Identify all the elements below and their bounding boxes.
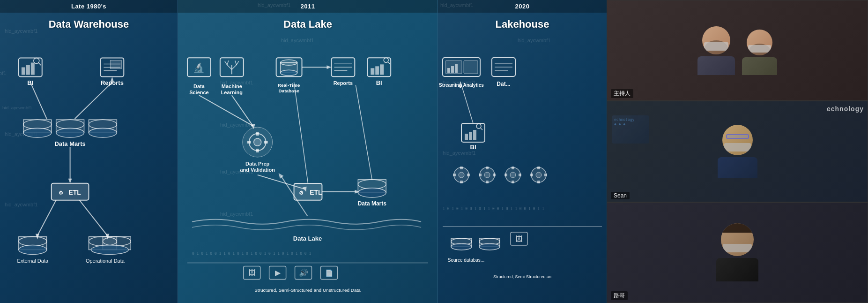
svg-text:Learning: Learning [221, 90, 243, 95]
svg-line-55 [227, 61, 229, 65]
svg-line-80 [199, 95, 253, 126]
svg-rect-132 [465, 134, 468, 140]
svg-rect-123 [455, 64, 458, 73]
svg-point-159 [536, 172, 542, 178]
slide-3: 2020 Lakehouse hid_aycwmbf1 hid_aycwmbf1… [438, 0, 607, 303]
svg-rect-134 [473, 130, 476, 140]
svg-rect-148 [486, 167, 489, 169]
avatar-1 [702, 26, 730, 54]
participants-group [693, 22, 782, 80]
body-2 [742, 57, 777, 75]
svg-point-24 [89, 128, 117, 137]
svg-rect-3 [31, 63, 35, 75]
svg-rect-133 [469, 132, 472, 140]
svg-text:ETL: ETL [68, 189, 81, 196]
svg-rect-122 [451, 66, 454, 73]
svg-rect-144 [453, 174, 456, 176]
svg-rect-89 [264, 141, 268, 144]
slide-2: 2011 Data Lake hid_aycwmbf1 hid_aycwmbf1… [178, 0, 438, 303]
svg-point-18 [23, 128, 52, 137]
svg-text:Real-Time: Real-Time [278, 83, 300, 88]
svg-text:and Validation: and Validation [240, 167, 275, 173]
cell-2-label: Sean [611, 192, 630, 199]
svg-rect-143 [460, 181, 463, 183]
presentation-area: Late 1980's Data Warehouse hid_aycwmbf1 … [0, 0, 607, 303]
svg-text:Data: Data [193, 83, 205, 89]
svg-rect-121 [447, 68, 450, 73]
avatar-3 [722, 125, 753, 155]
svg-rect-154 [512, 167, 514, 169]
svg-marker-27 [68, 179, 72, 183]
body-4 [716, 258, 758, 281]
svg-point-141 [459, 172, 464, 178]
svg-point-63 [281, 70, 297, 76]
svg-line-14 [75, 82, 112, 119]
svg-line-56 [235, 61, 237, 65]
svg-line-54 [225, 61, 227, 65]
svg-point-153 [510, 172, 516, 178]
svg-text:Data Lake: Data Lake [293, 235, 322, 242]
svg-text:🖼: 🖼 [248, 269, 256, 277]
svg-rect-75 [375, 66, 379, 75]
svg-text:📄: 📄 [325, 269, 334, 277]
tech-logo: echnology [827, 105, 864, 113]
svg-text:Database: Database [278, 88, 299, 93]
svg-line-104 [294, 82, 308, 183]
svg-rect-74 [371, 68, 374, 75]
svg-rect-142 [460, 167, 463, 169]
svg-point-147 [484, 172, 490, 178]
svg-text:hid_aycwmbf1: hid_aycwmbf1 [2, 105, 32, 110]
svg-line-82 [232, 95, 253, 126]
svg-line-103 [356, 85, 372, 180]
svg-rect-76 [380, 64, 384, 75]
body-1 [697, 56, 735, 75]
avatar-4 [721, 223, 754, 256]
svg-text:Data Marts: Data Marts [358, 200, 387, 207]
svg-text:Reports: Reports [334, 80, 353, 86]
body-3 [718, 157, 757, 178]
svg-line-136 [481, 128, 482, 130]
participant-3 [718, 125, 757, 178]
svg-line-5 [38, 63, 41, 66]
svg-text:⚙: ⚙ [299, 190, 304, 196]
svg-rect-2 [26, 65, 30, 75]
svg-point-171 [479, 243, 500, 250]
svg-point-135 [476, 124, 481, 129]
svg-point-37 [19, 245, 47, 254]
participant-2 [742, 30, 777, 75]
slide-2-diagram: 🔬 Data Science Machine Learning Real-Tim… [178, 0, 438, 303]
svg-rect-155 [512, 181, 514, 183]
svg-rect-151 [493, 174, 496, 176]
svg-marker-108 [279, 173, 284, 179]
participant-1 [697, 26, 735, 75]
slide-1-diagram: BI Reports Data Marts [0, 0, 178, 303]
svg-point-168 [451, 243, 472, 250]
svg-point-85 [254, 138, 261, 146]
svg-rect-87 [256, 149, 259, 152]
svg-line-138 [461, 85, 473, 123]
slide-1: Late 1980's Data Warehouse hid_aycwmbf1 … [0, 0, 178, 303]
svg-text:Data Marts: Data Marts [54, 140, 85, 147]
svg-rect-145 [467, 174, 470, 176]
svg-point-21 [56, 128, 84, 137]
video-cell-2: echnology Sean echnology◆ ◆ ◆ [607, 101, 868, 202]
svg-line-78 [388, 62, 390, 64]
cell-3-label: 路哥 [611, 291, 628, 300]
svg-point-43 [91, 245, 128, 254]
svg-rect-1 [22, 67, 25, 75]
svg-line-33 [80, 200, 108, 236]
svg-text:BI: BI [376, 79, 382, 86]
svg-rect-149 [486, 181, 489, 183]
svg-text:BI: BI [470, 144, 476, 151]
svg-rect-161 [537, 181, 540, 183]
svg-text:1 0 1 0 1 0 0 1 0 1 1 0 0 1 0 : 1 0 1 0 1 0 0 1 0 1 1 0 0 1 0 1 1 0 0 1 … [443, 207, 544, 211]
svg-text:▶: ▶ [275, 269, 281, 277]
svg-text:Operational Data: Operational Data [86, 258, 125, 264]
slide-3-diagram: Streaming Analytics Dat... BI [438, 0, 607, 303]
svg-text:ETL: ETL [310, 189, 322, 196]
cell-1-label: 主持人 [611, 89, 633, 98]
video-cell-3: 路哥 [607, 202, 868, 303]
svg-rect-150 [479, 174, 482, 176]
svg-text:🔊: 🔊 [299, 268, 308, 277]
svg-text:Structured, Semi-Structured an: Structured, Semi-Structured an [493, 274, 551, 279]
